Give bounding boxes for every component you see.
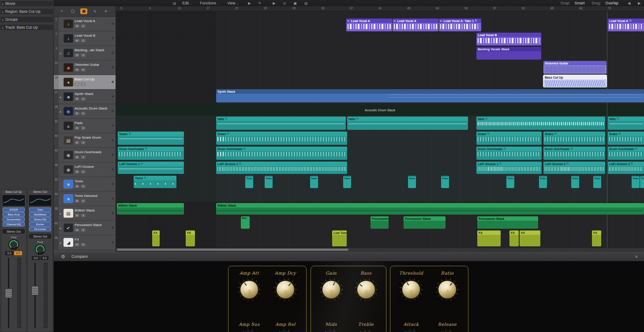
horizontal-scrollbar[interactable]	[116, 248, 644, 251]
region[interactable]: Lead Vocal B	[476, 33, 541, 45]
mute-button[interactable]: M	[75, 170, 79, 174]
region[interactable]: Bass Cut Up	[543, 75, 607, 87]
solo-button[interactable]: S	[81, 170, 86, 174]
track-row[interactable]: 18●Bass Cut UpMS	[54, 75, 116, 90]
solo-button[interactable]: S	[81, 185, 86, 188]
region[interactable]: LoFi Groove 2↻	[543, 162, 605, 174]
region[interactable]: FX	[186, 230, 195, 246]
plugin-slot[interactable]: Exciter	[29, 222, 51, 226]
solo-button[interactable]: S	[81, 155, 86, 159]
track-row[interactable]: 54■Toms DetunedMS	[54, 192, 116, 206]
region[interactable]: FX	[592, 230, 601, 246]
mute-button[interactable]: M	[75, 24, 79, 28]
solo-button[interactable]: S	[81, 83, 86, 86]
region[interactable]: Hats↻	[216, 117, 346, 130]
region[interactable]: 808ish Stack	[117, 203, 184, 215]
mute-button[interactable]: M	[75, 39, 79, 42]
fader-handle[interactable]	[5, 288, 12, 298]
pan-knob[interactable]	[9, 240, 18, 249]
region[interactable]: Toms	[310, 176, 318, 188]
input-monitor-dot[interactable]	[112, 95, 114, 98]
track-row[interactable]: 31▲PadsMS	[54, 119, 116, 133]
volume-value[interactable]: 0.0	[5, 251, 13, 255]
knob-amp-dcy[interactable]	[277, 281, 294, 298]
region[interactable]: FX	[509, 230, 519, 246]
mute-button[interactable]: M	[75, 112, 79, 115]
duplicate-track-icon[interactable]: ▢	[69, 8, 76, 14]
region[interactable]: Snare↻	[216, 132, 347, 145]
region[interactable]: Perc	[241, 216, 250, 229]
region[interactable]: Toms	[506, 176, 514, 188]
region[interactable]: Percussion Stack	[477, 216, 538, 229]
region[interactable]: LoFi Groove 2↻	[216, 162, 347, 174]
region[interactable]: Toms	[441, 176, 449, 188]
catch-playhead-icon[interactable]: ▶	[273, 1, 275, 5]
input-monitor-dot[interactable]	[112, 124, 114, 127]
plugin-slot[interactable]: MultiMeter	[29, 212, 51, 217]
region[interactable]: ▸♪Lead Vocal A: Take 1↻	[439, 19, 481, 31]
region[interactable]: Toms	[245, 176, 253, 188]
region[interactable]: Drum Overheads↻	[118, 147, 184, 160]
menu-view[interactable]: View⌄	[227, 1, 238, 5]
menu-edit[interactable]: Edit⌄	[183, 1, 192, 5]
disclosure-triangle-icon[interactable]: ▸	[59, 104, 63, 118]
playhead[interactable]	[607, 11, 607, 252]
plugin-slot[interactable]: Bass Amp	[3, 212, 25, 217]
solo-button[interactable]: S	[81, 24, 86, 28]
mute-button[interactable]: M	[75, 83, 79, 86]
region[interactable]: Toms	[640, 176, 644, 188]
solo-button[interactable]: S	[81, 112, 86, 115]
mute-button[interactable]: M	[75, 185, 79, 188]
region[interactable]: Snare↻	[476, 132, 542, 145]
region[interactable]: Synth Stack	[216, 89, 644, 102]
nudge-left-icon[interactable]: ◀	[628, 1, 630, 5]
knob-amp-att[interactable]	[240, 281, 258, 298]
collapse-pane-icon[interactable]: ∧	[635, 254, 638, 259]
track-row[interactable]: 66▸◢FXMS	[54, 235, 116, 250]
region[interactable]: Toms	[265, 176, 273, 188]
input-monitor-dot[interactable]	[112, 66, 114, 68]
mute-button[interactable]: M	[75, 155, 79, 159]
region[interactable]: Toms	[408, 176, 416, 188]
compare-button[interactable]: Compare	[71, 254, 88, 259]
region[interactable]: Percussion Stack	[404, 216, 446, 229]
input-monitor-dot[interactable]	[112, 154, 114, 156]
drag-control[interactable]: Drag: Overlap	[592, 1, 618, 5]
output-slot[interactable]: Stereo Out	[3, 229, 25, 234]
solo-button[interactable]: S	[81, 97, 86, 101]
region[interactable]: FX	[152, 230, 160, 246]
plugin-slot[interactable]: Gain	[29, 208, 51, 212]
track-row[interactable]: 53■TomsMS	[54, 177, 116, 192]
track-row[interactable]: 46◉LoFi GrooveMS	[54, 162, 116, 177]
input-monitor-dot[interactable]	[112, 183, 114, 185]
region[interactable]: Distorted Guitar	[543, 61, 607, 74]
region[interactable]: 808ish Stack	[216, 203, 644, 215]
mute-button[interactable]: M	[75, 97, 79, 101]
region[interactable]: Drum Overheads↻	[216, 147, 347, 160]
snap-control[interactable]: Snap: Smart	[561, 1, 585, 5]
region[interactable]: Toms↻	[134, 176, 176, 188]
region[interactable]: Drum Overheads↻	[543, 147, 605, 160]
pan-knob[interactable]	[36, 245, 45, 254]
input-monitor-dot[interactable]	[112, 241, 114, 243]
region[interactable]: Hats↻	[476, 117, 605, 130]
knob-ratio[interactable]	[438, 281, 456, 298]
solo-button[interactable]: S	[81, 141, 86, 144]
solo-button[interactable]: S	[81, 126, 86, 130]
pointer-tool-icon[interactable]: ▶	[248, 1, 251, 5]
mute-button[interactable]: M	[75, 228, 79, 232]
region[interactable]: Snare↻	[543, 132, 605, 145]
menu-functions[interactable]: Functions⌄	[200, 1, 219, 5]
knob-bass[interactable]	[357, 281, 375, 298]
gear-icon[interactable]: ⚙	[61, 254, 65, 260]
fader-handle[interactable]	[31, 286, 39, 295]
plugin-slot[interactable]: EXS24	[3, 208, 25, 212]
track-row[interactable]: 10◆Distorted GuitarMS	[54, 60, 116, 75]
eq-thumbnail[interactable]	[29, 195, 51, 206]
disclosure-triangle-icon[interactable]: ▸	[59, 46, 63, 60]
region[interactable]: LoFi Groove 1↻	[118, 162, 184, 174]
region[interactable]: Toms	[539, 176, 547, 188]
input-monitor-dot[interactable]	[112, 37, 114, 39]
track-row[interactable]: 26▸◉Acoustic Drum StackMS	[54, 104, 116, 119]
region[interactable]: Snare↻	[608, 132, 644, 145]
